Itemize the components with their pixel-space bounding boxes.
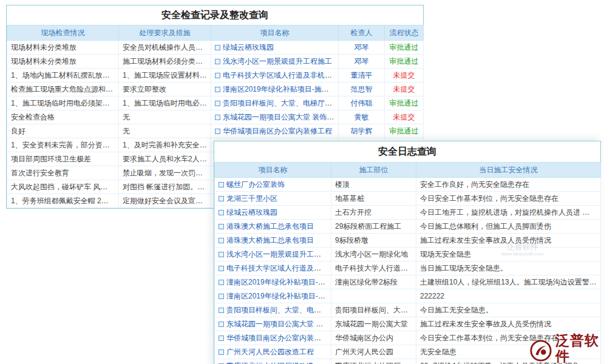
table-row[interactable]: 1、场地内施工材料乱摆乱放。2... 1、施工现场应设置材料临时摆... 电子科…	[7, 69, 424, 83]
situation-cell: 大风吹起围挡，碰坏铲车 风挡玻...	[7, 180, 119, 194]
table-row[interactable]: 贵阳项目样板间、大堂、电梯厅装修工程 贵阳项目样板间、大堂、... 今日施工无安…	[215, 303, 601, 317]
column-header-inspector[interactable]: 检查人	[339, 25, 385, 41]
measure-cell: 无	[119, 110, 211, 124]
part-cell: 重庆江北污水处理厂内部...	[331, 359, 416, 364]
project-cell: 广州天河人民公园改造工程	[215, 345, 331, 359]
project-icon	[219, 294, 224, 299]
inspector-link[interactable]: 范思智	[351, 85, 373, 93]
situation-cell: 现场材料未分类堆放	[7, 55, 119, 69]
table-row[interactable]: 浅水湾小区一期景观提升工程施工 浅水湾小区一期绿化地 现场无安全隐患	[215, 248, 601, 261]
table-row[interactable]: 东城花园一期项目公寓大堂 装饰工程 东城花园一期公寓大堂 施工过程未发生安全事故…	[215, 317, 601, 331]
inspector-link[interactable]: 邓琴	[354, 57, 369, 66]
measure-cell: 禁止吸烟，发现一次罚款2000...	[119, 166, 211, 180]
inspector-link[interactable]: 邓琴	[354, 43, 369, 52]
project-cell: 绿城云栖玫瑰园	[215, 206, 331, 220]
inspector-cell: 董清平	[339, 69, 385, 83]
situation-cell: 检查施工现场重大危险点源和文...	[7, 83, 119, 96]
project-cell: 浅水湾小区一期景观提升工程施工	[215, 248, 331, 261]
table-row[interactable]: 螺丝厂办公室装饰 楼顶 安全工作良好，尚无安全隐患存在	[215, 178, 601, 192]
part-cell: 土石方开挖	[331, 206, 416, 220]
table-row[interactable]: 电子科技大学区域人行道及非机动车道工程 电子科技大学人行道及非... 当日施工现…	[215, 261, 601, 275]
project-link[interactable]: 浅水湾小区一期景观提升工程施工	[223, 57, 332, 66]
inspector-link[interactable]: 付伟聪	[351, 99, 373, 107]
column-header-status[interactable]: 流程状态	[385, 25, 424, 41]
project-icon	[219, 349, 224, 355]
project-icon	[215, 59, 220, 64]
daily-safety-cell: 施工过程未发生安全事故及人员受伤情况	[416, 317, 601, 331]
project-link[interactable]: 华侨城项目南区办公室内装修工程	[223, 127, 332, 135]
situation-cell: 项目部周围环境卫生极差	[7, 152, 119, 166]
inspector-cell: 胡学辉	[339, 124, 385, 138]
situation-cell: 良好	[7, 124, 119, 138]
project-cell: 浅水湾小区一期景观提升工程施工	[211, 55, 339, 69]
project-link[interactable]: 螺丝厂办公室装饰	[226, 180, 285, 189]
project-link[interactable]: 潼南区2019年绿化补贴项目-施工2标段	[226, 292, 331, 300]
inspector-link[interactable]: 胡学辉	[351, 127, 373, 135]
project-cell: 贵阳项目样板间、大堂、电梯厅装修工程	[215, 303, 331, 317]
project-link[interactable]: 港珠澳大桥施工总承包项目	[226, 222, 314, 231]
table-row[interactable]: 潼南区2019年绿化补贴项目-施工2标段 潼南区绿化带2标段 土建班组10人，绿…	[215, 275, 601, 289]
table-row[interactable]: 1、施工现场临时用电必须架空。2... 1、施工现场临时用电必须架空... 贵阳…	[7, 96, 424, 110]
table-row[interactable]: 检查施工现场重大危险点源和文... 要求立即整改 潼南区2019年绿化补贴项目-…	[7, 83, 424, 96]
situation-cell: 现场材料未分类堆放	[7, 41, 119, 55]
project-icon	[219, 308, 224, 313]
situation-cell: 1、劳务班组都佩戴安全帽 2、安...	[7, 194, 119, 208]
inspector-cell: 付伟聪	[339, 96, 385, 110]
project-link[interactable]: 电子科技大学区域人行道及非机动车道工程	[226, 264, 331, 272]
project-icon	[215, 129, 220, 134]
table-row[interactable]: 港珠澳大桥施工总承包项目 29标段桥面工程施工 今日施工总体顺利，但施工人员脚面…	[215, 220, 601, 234]
project-cell: 龙湖三千里小区	[215, 192, 331, 206]
inspector-cell: 邓琴	[339, 55, 385, 69]
project-link[interactable]: 龙湖三千里小区	[226, 194, 277, 203]
project-link[interactable]: 贵阳项目样板间、大堂、电梯厅装修工程	[223, 99, 339, 107]
daily-safety-cell: 当日施工现场无安全隐患。	[416, 261, 601, 275]
project-link[interactable]: 绿城云栖玫瑰园	[223, 43, 274, 52]
table-row[interactable]: 龙湖三千里小区 地基基桩 今日安全工作基本到位，尚无安全隐患存在	[215, 192, 601, 206]
table-row[interactable]: 现场材料未分类堆放 施工现场材料必须分类堆放整齐... 浅水湾小区一期景观提升工…	[7, 55, 424, 69]
table-row[interactable]: 潼南区2019年绿化补贴项目-施工2标段 222222	[215, 289, 601, 303]
inspector-link[interactable]: 黄敏	[354, 113, 369, 121]
project-icon	[215, 73, 220, 78]
situation-cell: 1、安全资料未完善，部分资料丢...	[7, 138, 119, 152]
part-cell: 电子科技大学人行道及非...	[331, 261, 416, 275]
project-cell: 华侨城项目南区办公室内装修工程	[211, 124, 339, 138]
part-cell: 29标段桥面工程施工	[331, 220, 416, 234]
project-link[interactable]: 浅水湾小区一期景观提升工程施工	[226, 250, 331, 258]
inspector-link[interactable]: 董清平	[351, 71, 373, 79]
table-row[interactable]: 良好 无 华侨城项目南区办公室内装修工程 胡学辉 审批通过	[7, 124, 424, 138]
daily-safety-cell: 222222	[416, 289, 601, 303]
project-link[interactable]: 重庆江北污水处理厂级改造工程-道路修复	[226, 362, 331, 364]
project-link[interactable]: 绿城云栖玫瑰园	[226, 208, 277, 217]
column-header-measure[interactable]: 处理要求及措施	[119, 25, 211, 41]
project-link[interactable]: 潼南区2019年绿化补贴项目-施工2标段	[226, 278, 331, 286]
project-cell: 潼南区2019年绿化补贴项目-施工2标段	[215, 275, 331, 289]
project-link[interactable]: 华侨城项目南区办公室内装修工程	[226, 334, 331, 342]
daily-safety-cell: 今日施工无安全隐患。	[416, 303, 601, 317]
project-link[interactable]: 潼南区2019年绿化补贴项目-施工2标段	[223, 85, 339, 93]
table-row[interactable]: 港珠澳大桥施工总承包项目 9标段桥墩 施工过程未发生安全事故及人员受伤情况	[215, 234, 601, 248]
project-link[interactable]: 广州天河人民公园改造工程	[226, 348, 314, 356]
project-cell: 电子科技大学区域人行道及非机动车道工程	[215, 261, 331, 275]
table-row[interactable]: 绿城云栖玫瑰园 土石方开挖 今日工地开工，旋挖机进场，对旋挖机操作人员进 行安全…	[215, 206, 601, 220]
project-link[interactable]: 港珠澳大桥施工总承包项目	[226, 236, 314, 244]
project-link[interactable]: 东城花园一期项目公寓大堂 装饰工程	[226, 320, 331, 328]
inspector-cell: 邓琴	[339, 41, 385, 55]
project-icon	[219, 182, 224, 187]
column-header-daily-safety[interactable]: 当日施工安全情况	[416, 163, 601, 178]
measure-cell: 无	[119, 124, 211, 138]
project-link[interactable]: 贵阳项目样板间、大堂、电梯厅装修工程	[226, 306, 331, 314]
project-link[interactable]: 东城花园一期项目公寓大堂 装饰工程	[223, 113, 339, 121]
project-icon	[219, 224, 224, 229]
table-row[interactable]: 安全检查合格 无 东城花园一期项目公寓大堂 装饰工程 黄敏 未提交	[7, 110, 424, 124]
project-link[interactable]: 电子科技大学区域人行道及非机动车道工程	[223, 71, 339, 79]
column-header-project[interactable]: 项目名称	[211, 25, 339, 41]
daily-safety-cell: 今日工地开工，旋挖机进场，对旋挖机操作人员进 行安全技术...	[416, 206, 601, 220]
measure-cell: 对围挡 帐篷进行加固。现场规...	[119, 180, 211, 194]
measure-cell: 施工现场材料必须分类堆放整齐...	[119, 55, 211, 69]
column-header-part[interactable]: 施工部位	[331, 163, 416, 178]
project-icon	[219, 210, 224, 215]
table-row[interactable]: 现场材料未分类堆放 安全员对机械操作人员进行安全... 绿城云栖玫瑰园 邓琴 审…	[7, 41, 424, 55]
column-header-project[interactable]: 项目名称	[215, 163, 331, 178]
column-header-situation[interactable]: 现场检查情况	[7, 25, 119, 41]
measure-cell: 安全员对机械操作人员进行安全...	[119, 41, 211, 55]
